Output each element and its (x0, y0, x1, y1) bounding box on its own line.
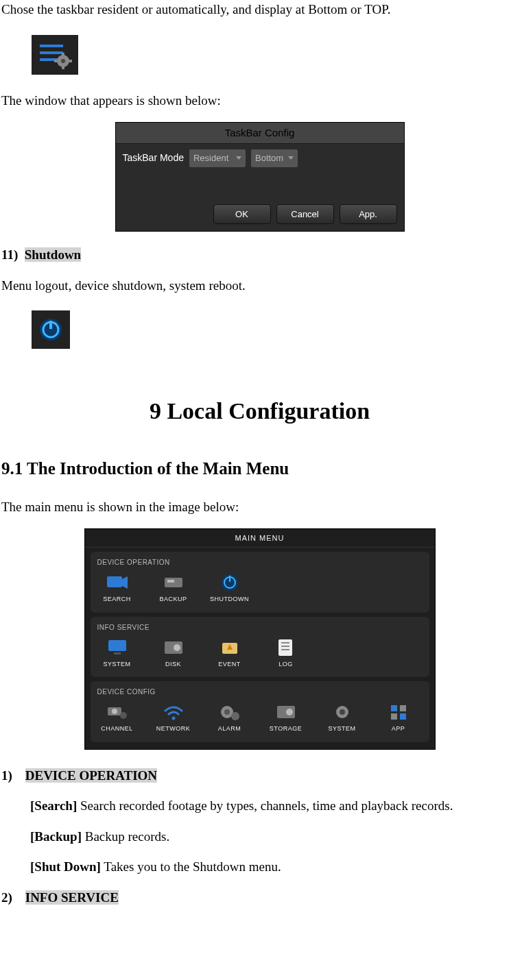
taskbar-mode-select-1[interactable]: Resident (189, 149, 246, 167)
chevron-down-icon (236, 156, 241, 160)
shutdown-heading: 11) Shutdown (1, 245, 518, 265)
svg-point-32 (171, 717, 175, 720)
svg-point-35 (231, 712, 239, 720)
menu-item-alarm[interactable]: ALARM (210, 702, 250, 734)
item-label: SEARCH (103, 595, 131, 604)
main-menu-caption: The main menu is shown in the image belo… (1, 498, 518, 517)
ok-button[interactable]: OK (213, 204, 271, 225)
log-icon (274, 638, 298, 657)
menu-item-disk[interactable]: DISK (154, 638, 193, 670)
menu-item-log[interactable]: LOG (266, 638, 306, 670)
svg-rect-25 (278, 639, 292, 656)
main-menu-window: MAIN MENU DEVICE OPERATION SEARCH BACKUP (84, 528, 436, 750)
heading-number: 2) (1, 888, 22, 908)
menu-item-channel[interactable]: CHANNEL (97, 702, 137, 734)
item-label: EVENT (218, 660, 241, 670)
backup-text: Backup records. (82, 829, 169, 844)
cancel-button[interactable]: Cancel (276, 204, 334, 225)
menu-item-search[interactable]: SEARCH (97, 573, 137, 604)
shutdown-icon (32, 310, 70, 349)
svg-point-34 (224, 709, 230, 715)
panel-label: DEVICE CONFIG (97, 687, 423, 697)
dialog-title: TaskBar Config (116, 123, 404, 145)
item-label: DISK (165, 660, 181, 670)
svg-rect-40 (391, 705, 397, 711)
menu-item-app[interactable]: APP (379, 702, 418, 734)
svg-rect-26 (281, 642, 289, 644)
backup-label: [Backup] (30, 829, 82, 844)
section-9-1-title: 9.1 The Introduction of the Main Menu (1, 456, 518, 482)
svg-point-30 (112, 709, 117, 714)
app-button[interactable]: App. (340, 204, 397, 225)
svg-rect-6 (62, 66, 64, 69)
combo-value: Bottom (255, 151, 283, 165)
main-menu-title: MAIN MENU (85, 529, 435, 548)
taskbar-mode-label: TaskBar Mode (123, 151, 184, 165)
item-label: CHANNEL (101, 724, 133, 734)
menu-item-backup[interactable]: BACKUP (154, 573, 193, 604)
svg-rect-15 (167, 580, 174, 583)
svg-rect-11 (49, 321, 52, 329)
search-icon (105, 573, 130, 592)
shutdown-desc: Menu logout, device shutdown, system reb… (1, 276, 518, 296)
monitor-icon (105, 638, 130, 657)
search-label: [Search] (30, 798, 77, 813)
heading-text: Shutdown (25, 247, 81, 262)
svg-rect-28 (281, 649, 289, 650)
svg-marker-13 (122, 576, 128, 589)
svg-rect-1 (40, 51, 63, 54)
shutdown-text: Takes you to the Shutdown menu. (101, 859, 281, 874)
item-label: SYSTEM (103, 660, 130, 670)
heading-number: 1) (1, 766, 22, 786)
camera-icon (105, 702, 130, 722)
panel-info-service: INFO SERVICE SYSTEM DISK (91, 617, 429, 678)
svg-rect-12 (107, 576, 122, 587)
shutdown-label: [Shut Down] (30, 859, 101, 874)
search-desc: [Search] Search recorded footage by type… (30, 796, 518, 816)
item-label: STORAGE (270, 724, 302, 734)
search-text: Search recorded footage by types, channe… (77, 798, 453, 813)
menu-item-network[interactable]: NETWORK (154, 702, 193, 734)
event-icon (217, 638, 242, 657)
intro-text: Chose the taskbar resident or automatica… (1, 0, 518, 20)
svg-rect-41 (400, 705, 406, 711)
svg-rect-27 (281, 646, 289, 647)
panel-device-config: DEVICE CONFIG CHANNEL NETWORK (91, 681, 429, 742)
svg-rect-5 (62, 53, 64, 56)
taskbar-mode-select-2[interactable]: Bottom (251, 149, 298, 167)
taskbar-config-dialog: TaskBar Config TaskBar Mode Resident Bot… (115, 122, 405, 232)
backup-icon (161, 573, 186, 592)
window-caption: The window that appears is shown below: (1, 91, 518, 111)
shutdown-item-desc: [Shut Down] Takes you to the Shutdown me… (30, 857, 518, 877)
disk-icon (161, 638, 186, 657)
svg-rect-19 (108, 640, 126, 651)
chevron-down-icon (288, 156, 294, 160)
device-operation-heading: 1) DEVICE OPERATION (1, 766, 518, 786)
menu-item-system[interactable]: SYSTEM (97, 638, 137, 670)
svg-point-4 (61, 59, 65, 63)
svg-point-37 (286, 709, 293, 715)
menu-item-storage[interactable]: STORAGE (266, 702, 306, 734)
item-label: SHUTDOWN (210, 595, 249, 604)
combo-value: Resident (193, 151, 228, 165)
item-label: BACKUP (159, 595, 187, 604)
panel-label: DEVICE OPERATION (97, 557, 423, 567)
item-label: LOG (278, 660, 293, 670)
gear-icon (330, 702, 355, 722)
svg-point-39 (340, 709, 345, 715)
menu-item-event[interactable]: EVENT (210, 638, 250, 670)
backup-desc: [Backup] Backup records. (30, 827, 518, 847)
app-icon (386, 702, 411, 722)
item-label: NETWORK (156, 724, 191, 734)
heading-number: 11) (1, 247, 18, 262)
heading-text: INFO SERVICE (25, 890, 119, 905)
menu-item-system-config[interactable]: SYSTEM (322, 702, 362, 734)
power-icon (217, 573, 242, 592)
svg-rect-18 (229, 576, 230, 582)
svg-rect-42 (391, 713, 397, 720)
panel-device-operation: DEVICE OPERATION SEARCH BACKUP (91, 552, 429, 613)
heading-text: DEVICE OPERATION (25, 768, 157, 783)
svg-point-22 (174, 644, 180, 651)
panel-label: INFO SERVICE (97, 622, 423, 633)
menu-item-shutdown[interactable]: SHUTDOWN (210, 573, 250, 604)
